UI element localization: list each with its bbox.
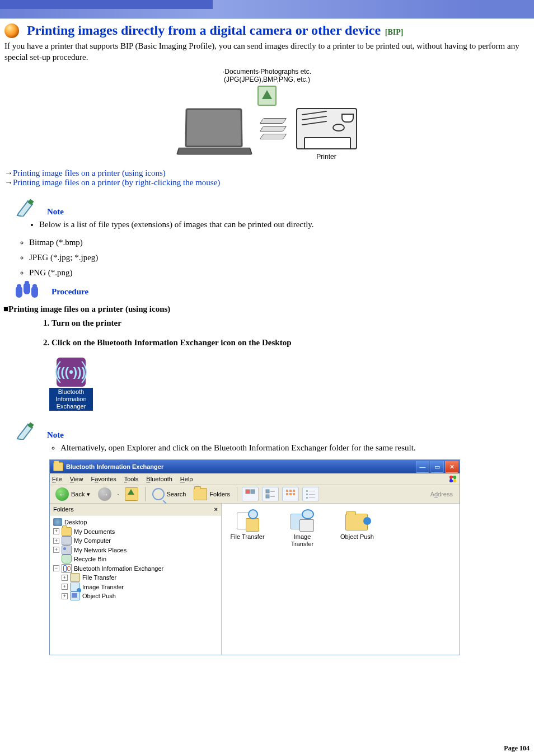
procedure-label: Procedure [51, 287, 88, 297]
titlebar[interactable]: Bluetooth Information Exchanger — ▭ ✕ [50, 460, 460, 473]
svg-rect-9 [289, 490, 292, 492]
step-2: Click on the Bluetooth Information Excha… [51, 338, 534, 348]
window-title: Bluetooth Information Exchanger [66, 463, 415, 470]
folder-icon [62, 527, 72, 536]
menu-bluetooth[interactable]: Bluetooth [146, 476, 172, 482]
svg-rect-19 [309, 497, 315, 498]
close-pane-button[interactable]: × [214, 506, 218, 513]
shortcut-line2: Information [50, 396, 92, 403]
tree-my-documents[interactable]: My Documents [74, 527, 115, 537]
desktop-icon [53, 518, 62, 526]
svg-rect-13 [293, 493, 295, 495]
svg-rect-4 [266, 490, 269, 493]
menu-file[interactable]: File [52, 476, 62, 482]
note-label: Note [47, 207, 64, 217]
bt-exchanger-icon [62, 564, 72, 573]
svg-rect-14 [306, 490, 308, 492]
address-label[interactable]: Address [430, 491, 456, 497]
tree-bt-exchanger[interactable]: Bluetooth Information Exchanger [74, 564, 163, 574]
concept-diagram: ·Documents·Photographs etc. (JPG(JPEG),B… [183, 68, 351, 161]
expander-icon[interactable]: + [62, 584, 68, 590]
folder-icon [53, 462, 63, 471]
up-button[interactable] [123, 486, 140, 502]
note-icon [16, 421, 35, 440]
svg-rect-17 [309, 494, 315, 495]
expander-icon[interactable]: − [53, 565, 59, 571]
explorer-window: Bluetooth Information Exchanger — ▭ ✕ Fi… [49, 459, 460, 655]
tree-recycle-bin[interactable]: Recycle Bin [74, 555, 106, 564]
svg-rect-16 [306, 494, 308, 495]
folders-pane: Folders × Desktop +My Documents +My Comp… [50, 504, 222, 655]
svg-rect-10 [293, 490, 295, 492]
search-button[interactable]: Search [150, 487, 189, 501]
menu-view[interactable]: View [70, 476, 83, 482]
section-heading-a: ■Printing image files on a printer (usin… [3, 304, 534, 314]
laptop-icon [177, 108, 250, 156]
maximize-button[interactable]: ▭ [430, 461, 444, 473]
bluetooth-exchanger-icon: (((•))) [57, 358, 86, 387]
printer-icon: Printer [296, 108, 357, 161]
menu-tools[interactable]: Tools [124, 476, 139, 482]
expander-icon[interactable]: + [62, 575, 68, 581]
view-tiles-button[interactable] [262, 487, 279, 501]
procedure-icon [16, 287, 38, 298]
note-icon [16, 198, 35, 217]
tree-object-push[interactable]: Object Push [82, 591, 116, 601]
item-object-push[interactable]: Object Push [337, 509, 377, 541]
folder-tree[interactable]: Desktop +My Documents +My Computer +My N… [50, 515, 221, 603]
minimize-button[interactable]: — [416, 461, 429, 473]
windows-flag-icon [448, 475, 457, 483]
folders-button[interactable]: Folders [191, 487, 232, 501]
svg-rect-7 [270, 496, 275, 497]
image-file-icon [257, 86, 277, 106]
tree-file-transfer[interactable]: File Transfer [82, 573, 116, 583]
expander-icon[interactable]: + [53, 547, 59, 553]
expander-icon[interactable]: + [53, 538, 59, 544]
toolbar: ← Back ▾ → · Search Folders Address [50, 485, 460, 504]
my-computer-icon [62, 536, 72, 545]
svg-rect-2 [246, 490, 250, 494]
object-push-icon [345, 509, 369, 532]
bip-tag: [BIP] [385, 28, 404, 36]
view-thumbnails-button[interactable] [242, 487, 259, 501]
svg-rect-3 [251, 490, 255, 494]
menu-bar[interactable]: File View Favorites Tools Bluetooth Help [50, 473, 460, 485]
note-label: Note [47, 430, 64, 440]
expander-icon[interactable]: + [62, 593, 68, 599]
note-intro: Below is a list of file types (extension… [39, 220, 534, 229]
expander-icon[interactable]: + [53, 528, 59, 534]
page-title: Printing images directly from a digital … [27, 23, 381, 37]
shortcut-line1: Bluetooth [50, 388, 92, 396]
diagram-caption-2: (JPG(JPEG),BMP,PNG, etc.) [183, 76, 351, 83]
svg-rect-11 [286, 493, 288, 495]
forward-button[interactable]: → [96, 486, 114, 502]
header-bar [0, 0, 534, 18]
item-image-transfer[interactable]: Image Transfer [282, 509, 322, 548]
view-icons-button[interactable] [282, 487, 299, 501]
link-print-using-icons[interactable]: Printing image files on a printer (using… [13, 168, 166, 177]
diagram-caption-1: ·Documents·Photographs etc. [183, 68, 351, 76]
menu-favorites[interactable]: Favorites [91, 476, 116, 482]
close-button[interactable]: ✕ [445, 461, 458, 473]
tree-image-transfer[interactable]: Image Transfer [82, 583, 124, 592]
network-places-icon [62, 546, 72, 555]
back-button[interactable]: ← Back ▾ [53, 486, 92, 502]
image-transfer-icon [291, 509, 314, 532]
transfer-arrows-icon [261, 118, 285, 139]
item-file-transfer[interactable]: File Transfer [227, 509, 268, 541]
menu-help[interactable]: Help [180, 476, 193, 482]
tree-desktop[interactable]: Desktop [64, 518, 87, 527]
svg-rect-15 [309, 491, 315, 491]
desktop-shortcut[interactable]: (((•))) Bluetooth Information Exchanger [49, 358, 93, 411]
printer-label: Printer [296, 153, 357, 161]
sphere-icon [4, 24, 19, 38]
file-transfer-icon [70, 573, 80, 582]
link-print-right-click[interactable]: Printing image files on a printer (by ri… [13, 178, 220, 187]
svg-rect-6 [266, 495, 269, 498]
tree-my-network-places[interactable]: My Network Places [74, 546, 127, 555]
file-type-png: PNG (*.png) [29, 268, 534, 278]
content-pane[interactable]: File Transfer Image Transfer Object Push [222, 504, 460, 655]
view-list-button[interactable] [302, 487, 319, 501]
step-1: Turn on the printer [51, 318, 534, 328]
tree-my-computer[interactable]: My Computer [74, 536, 111, 546]
